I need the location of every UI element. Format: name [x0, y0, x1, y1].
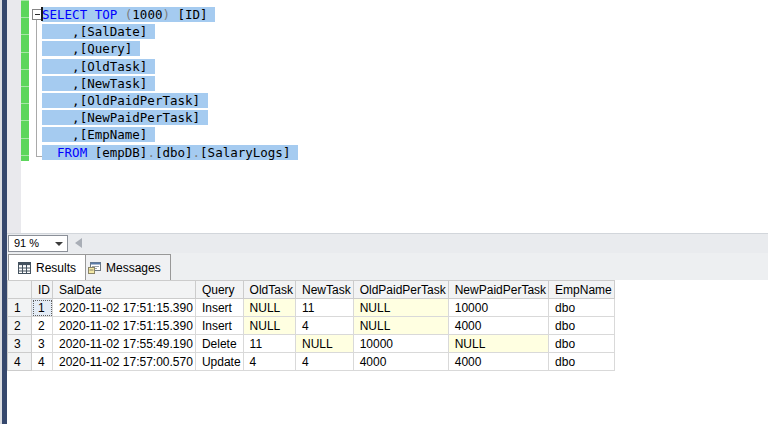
code-line: ,[NewTask]: [42, 75, 298, 92]
grid-cell[interactable]: dbo: [549, 335, 615, 353]
results-table: IDSalDateQueryOldTaskNewTaskOldPaidPerTa…: [7, 280, 615, 371]
zoom-level-select[interactable]: 91 %: [8, 235, 68, 252]
column-header-oldpaidpertask[interactable]: OldPaidPerTask: [353, 281, 448, 299]
grid-cell[interactable]: NULL: [353, 317, 448, 335]
column-header-newpaidpertask[interactable]: NewPaidPerTask: [448, 281, 548, 299]
results-pane-tabs: Results Messages: [7, 253, 768, 280]
table-row: 332020-11-02 17:55:49.190Delete11NULL100…: [8, 335, 615, 353]
grid-cell[interactable]: 1: [32, 299, 53, 317]
table-row: 442020-11-02 17:57:00.570Update444000400…: [8, 353, 615, 371]
grid-cell[interactable]: Update: [195, 353, 243, 371]
grid-cell[interactable]: NULL: [353, 299, 448, 317]
tab-results-label: Results: [36, 261, 76, 275]
results-grid: IDSalDateQueryOldTaskNewTaskOldPaidPerTa…: [7, 280, 615, 371]
tab-results[interactable]: Results: [8, 254, 86, 280]
grid-corner-header[interactable]: [8, 281, 32, 299]
grid-cell[interactable]: NULL: [448, 335, 548, 353]
column-header-newtask[interactable]: NewTask: [295, 281, 353, 299]
grid-cell[interactable]: 2020-11-02 17:51:15.390: [53, 299, 196, 317]
row-header[interactable]: 3: [8, 335, 32, 353]
grid-cell[interactable]: 2: [32, 317, 53, 335]
table-row: 112020-11-02 17:51:15.390InsertNULL11NUL…: [8, 299, 615, 317]
grid-cell[interactable]: 4000: [448, 317, 548, 335]
grid-cell[interactable]: 4: [295, 317, 353, 335]
grid-cell[interactable]: dbo: [549, 353, 615, 371]
horizontal-scrollbar[interactable]: 91 %: [7, 233, 768, 253]
grid-cell[interactable]: 2020-11-02 17:55:49.190: [53, 335, 196, 353]
grid-cell[interactable]: 2020-11-02 17:51:15.390: [53, 317, 196, 335]
text-caret: [41, 7, 43, 21]
grid-cell[interactable]: 11: [243, 335, 295, 353]
grid-cell[interactable]: 11: [295, 299, 353, 317]
grid-cell[interactable]: 3: [32, 335, 53, 353]
grid-cell[interactable]: NULL: [243, 317, 295, 335]
code-line: SELECT TOP (1000) [ID]: [42, 6, 298, 23]
column-header-query[interactable]: Query: [195, 281, 243, 299]
scroll-left-arrow-icon[interactable]: [75, 238, 82, 248]
row-header[interactable]: 4: [8, 353, 32, 371]
column-header-empname[interactable]: EmpName: [549, 281, 615, 299]
grid-header-row: IDSalDateQueryOldTaskNewTaskOldPaidPerTa…: [8, 281, 615, 299]
grid-cell[interactable]: Insert: [195, 299, 243, 317]
tab-messages-label: Messages: [106, 261, 161, 275]
change-tracking-bar: [21, 0, 29, 161]
grid-cell[interactable]: 10000: [448, 299, 548, 317]
grid-cell[interactable]: 2020-11-02 17:57:00.570: [53, 353, 196, 371]
grid-cell[interactable]: 4: [243, 353, 295, 371]
code-line: ,[OldTask]: [42, 58, 298, 75]
code-line: ,[SalDate]: [42, 23, 298, 40]
code-line: ,[NewPaidPerTask]: [42, 109, 298, 126]
grid-cell[interactable]: 4000: [353, 353, 448, 371]
chevron-down-icon[interactable]: [55, 242, 63, 246]
column-header-id[interactable]: ID: [32, 281, 53, 299]
column-header-saldate[interactable]: SalDate: [53, 281, 196, 299]
grid-cell[interactable]: 4000: [448, 353, 548, 371]
row-header[interactable]: 2: [8, 317, 32, 335]
grid-cell[interactable]: dbo: [549, 299, 615, 317]
table-row: 222020-11-02 17:51:15.390InsertNULL4NULL…: [8, 317, 615, 335]
grid-cell[interactable]: 4: [295, 353, 353, 371]
code-line: ,[Query]: [42, 40, 298, 57]
grid-cell[interactable]: NULL: [243, 299, 295, 317]
results-grid-icon: [18, 262, 31, 274]
grid-cell[interactable]: 4: [32, 353, 53, 371]
zoom-level-value: 91 %: [14, 237, 39, 249]
grid-cell[interactable]: NULL: [295, 335, 353, 353]
tab-messages[interactable]: Messages: [78, 254, 171, 280]
sql-code[interactable]: SELECT TOP (1000) [ID] ,[SalDate] ,[Quer…: [42, 6, 298, 161]
grid-body: 112020-11-02 17:51:15.390InsertNULL11NUL…: [8, 299, 615, 371]
window-edge-rail: [0, 0, 7, 424]
column-header-oldtask[interactable]: OldTask: [243, 281, 295, 299]
row-header[interactable]: 1: [8, 299, 32, 317]
grid-cell[interactable]: dbo: [549, 317, 615, 335]
fold-region-line: [36, 19, 37, 157]
grid-cell[interactable]: Delete: [195, 335, 243, 353]
grid-cell[interactable]: 10000: [353, 335, 448, 353]
messages-icon: [88, 262, 101, 274]
query-editor[interactable]: SELECT TOP (1000) [ID] ,[SalDate] ,[Quer…: [7, 0, 768, 233]
editor-gutter: [7, 0, 21, 233]
code-line: FROM [empDB].[dbo].[SalaryLogs]: [42, 144, 298, 161]
code-line: ,[EmpName]: [42, 126, 298, 143]
ssms-query-window: { "editor": { "sql_lines": [ [["keyword"…: [0, 0, 768, 424]
code-line: ,[OldPaidPerTask]: [42, 92, 298, 109]
grid-cell[interactable]: Insert: [195, 317, 243, 335]
